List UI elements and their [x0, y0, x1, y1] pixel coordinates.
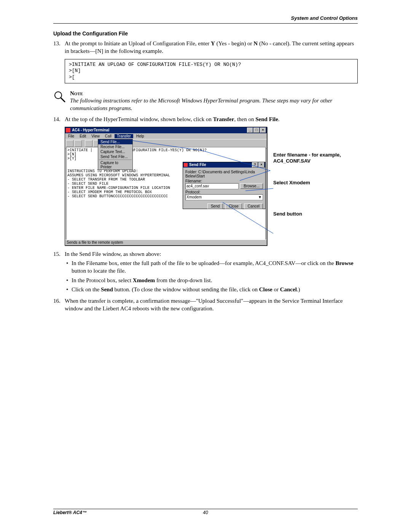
step-13-text: At the prompt to Initiate an Upload of C… — [65, 40, 358, 55]
note-title: Note — [70, 90, 358, 97]
sendfile-icon — [184, 163, 188, 167]
menu-edit[interactable]: Edit — [77, 134, 88, 138]
footer-product: Liebert® AC4™ — [53, 510, 87, 515]
svg-line-1 — [61, 98, 65, 102]
sendfile-title: Send File — [188, 163, 252, 167]
rule-top — [53, 23, 358, 24]
step-15-number: 15. — [53, 250, 65, 295]
step-14-text: At the top of the HyperTerminal window, … — [65, 115, 358, 123]
step-15-bullet-1: In the Filename box, enter the full path… — [66, 259, 358, 275]
filename-input[interactable]: ac4_conf.sav — [185, 183, 239, 189]
step-16-number: 16. — [53, 297, 65, 313]
menu-help[interactable]: Help — [134, 134, 147, 138]
ht-titlebar: AC4 - HyperTerminal _ □ × — [65, 127, 267, 133]
code-prompt: >INITIATE AN UPLOAD OF CONFIGURATION FIL… — [65, 59, 358, 84]
close-dialog-button[interactable]: Close — [225, 203, 242, 209]
callout-xmodem: Select Xmodem — [273, 180, 342, 186]
ht-statusbar: Sends a file to the remote system — [65, 240, 267, 245]
send-file-dialog: Send File ? × Folder: C:\Documents and S… — [183, 162, 266, 209]
ht-app-icon — [66, 128, 70, 133]
ht-menubar: File Edit View Call Transfer Help — [65, 133, 267, 139]
menu-view[interactable]: View — [89, 134, 102, 138]
menu-item-capture-text[interactable]: Capture Text... — [98, 149, 132, 154]
toolbar-button[interactable] — [85, 140, 92, 147]
ht-title: AC4 - HyperTerminal — [71, 128, 247, 132]
protocol-label: Protocol: — [185, 190, 263, 194]
transfer-dropdown: Send File... Receive File... Capture Tex… — [98, 139, 133, 170]
step-14-number: 14. — [53, 115, 65, 123]
step-13-number: 13. — [53, 40, 65, 55]
step-15-bullet-3: Click on the Send button. (To close the … — [66, 286, 358, 293]
minimize-button[interactable]: _ — [247, 128, 253, 133]
toolbar-button[interactable] — [74, 140, 82, 147]
maximize-button[interactable]: □ — [253, 128, 260, 133]
footer-page-number: 40 — [203, 510, 208, 515]
toolbar-button[interactable] — [66, 140, 73, 147]
menu-item-capture-printer[interactable]: Capture to Printer — [98, 160, 132, 169]
menu-call[interactable]: Call — [103, 134, 114, 138]
page-footer: Liebert® AC4™ 40 — [53, 509, 358, 517]
callout-filename: Enter filename - for example, AC4_CONF.S… — [273, 152, 342, 164]
close-button[interactable]: × — [260, 128, 266, 133]
menu-item-receive-file[interactable]: Receive File... — [98, 144, 132, 149]
menu-transfer[interactable]: Transfer — [115, 134, 133, 138]
step-16-text: When the transfer is complete, a confirm… — [65, 297, 358, 313]
close-button[interactable]: × — [258, 162, 264, 168]
figure-callouts: Enter filename - for example, AC4_CONF.S… — [273, 152, 342, 233]
chevron-down-icon: ▼ — [258, 195, 262, 199]
note-icon — [53, 90, 65, 102]
send-button[interactable]: Send — [207, 203, 223, 209]
protocol-select[interactable]: Xmodem▼ — [185, 194, 263, 200]
callout-send: Send button — [273, 211, 342, 217]
cancel-button[interactable]: Cancel — [244, 203, 263, 209]
browse-button[interactable]: Browse... — [240, 183, 263, 189]
step-15-text: In the Send File window, as shown above:… — [65, 250, 358, 295]
menu-item-send-file[interactable]: Send File... — [98, 139, 132, 144]
section-title: Upload the Configuration File — [53, 30, 358, 37]
folder-label: Folder: C:\Documents and Settings\Linda … — [185, 170, 263, 178]
step-15-bullet-2: In the Protocol box, select Xmodem from … — [66, 276, 358, 284]
filename-label: Filename: — [185, 179, 263, 183]
rule-bottom — [53, 509, 358, 509]
page-header: System and Control Options — [53, 15, 358, 21]
help-button[interactable]: ? — [252, 162, 258, 168]
menu-file[interactable]: File — [66, 134, 76, 138]
menu-item-send-text-file[interactable]: Send Text File... — [98, 154, 132, 159]
note-text: The following instructions refer to the … — [70, 97, 358, 112]
sendfile-titlebar: Send File ? × — [183, 162, 265, 168]
figure-hyperterminal: AC4 - HyperTerminal _ □ × File Edit View… — [65, 127, 358, 246]
